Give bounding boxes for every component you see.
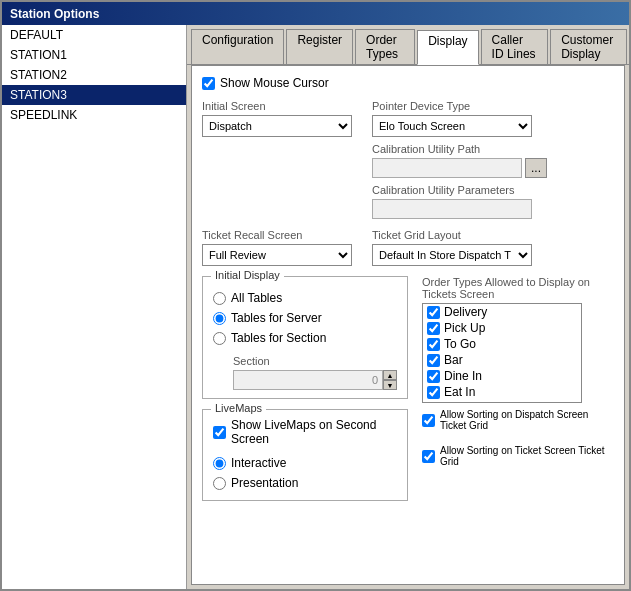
radio-interactive[interactable] <box>213 457 226 470</box>
radio-tables-section-label: Tables for Section <box>231 331 326 345</box>
order-type-dinein-checkbox[interactable] <box>427 370 440 383</box>
tab-customer-display[interactable]: Customer Display <box>550 29 627 64</box>
show-mouse-cursor-row: Show Mouse Cursor <box>202 76 614 90</box>
radio-interactive-label: Interactive <box>231 456 286 470</box>
radio-interactive-row: Interactive <box>213 456 397 470</box>
radio-presentation[interactable] <box>213 477 226 490</box>
order-type-dinein-label: Dine In <box>444 369 482 383</box>
show-livemaps-checkbox[interactable] <box>213 426 226 439</box>
pointer-device-label: Pointer Device Type <box>372 100 547 112</box>
initial-screen-select[interactable]: Dispatch Full Review Order Table <box>202 115 352 137</box>
order-types-list[interactable]: Delivery Pick Up To Go <box>422 303 582 403</box>
initial-screen-col: Initial Screen Dispatch Full Review Orde… <box>202 100 352 219</box>
sidebar-item-default[interactable]: DEFAULT <box>2 25 186 45</box>
initial-pointer-row: Initial Screen Dispatch Full Review Orde… <box>202 100 614 219</box>
sidebar-item-station1[interactable]: STATION1 <box>2 45 186 65</box>
calibration-path-input[interactable] <box>372 158 522 178</box>
ticket-recall-col: Ticket Recall Screen Full Review Summary… <box>202 229 352 266</box>
radio-presentation-label: Presentation <box>231 476 298 490</box>
order-type-togo-label: To Go <box>444 337 476 351</box>
list-item: Eat In <box>423 384 581 400</box>
initial-display-radio-group: All Tables Tables for Server Tables for … <box>213 291 397 390</box>
ticket-grid-select[interactable]: Default In Store Dispatch T Option 2 <box>372 244 532 266</box>
allow-sorting-dispatch-checkbox[interactable] <box>422 414 435 427</box>
stepper-down-button[interactable]: ▼ <box>383 380 397 390</box>
stepper-up-button[interactable]: ▲ <box>383 370 397 380</box>
order-type-drivethru-checkbox[interactable] <box>427 402 440 404</box>
radio-tables-section[interactable] <box>213 332 226 345</box>
tab-caller-id-lines[interactable]: Caller ID Lines <box>481 29 549 64</box>
order-type-togo-checkbox[interactable] <box>427 338 440 351</box>
calibration-path-row: ... <box>372 158 547 178</box>
radio-all-tables-label: All Tables <box>231 291 282 305</box>
bottom-checkboxes: Allow Sorting on Dispatch Screen Ticket … <box>422 409 614 477</box>
initial-display-title: Initial Display <box>211 269 284 281</box>
sidebar-item-speedlink[interactable]: SPEEDLINK <box>2 105 186 125</box>
tab-configuration[interactable]: Configuration <box>191 29 284 64</box>
ticket-row: Ticket Recall Screen Full Review Summary… <box>202 229 614 266</box>
allow-sorting-ticket-row: Allow Sorting on Ticket Screen Ticket Gr… <box>422 445 614 467</box>
list-item: Pick Up <box>423 320 581 336</box>
allow-sorting-ticket-checkbox[interactable] <box>422 450 435 463</box>
order-type-drivethru-label: Drive Thru <box>444 401 500 403</box>
pointer-device-col: Pointer Device Type Elo Touch Screen Mou… <box>372 100 547 219</box>
display-panel: Show Mouse Cursor Initial Screen Dispatc… <box>191 65 625 585</box>
show-livemaps-row: Show LiveMaps on Second Screen <box>213 418 397 446</box>
window-title: Station Options <box>10 7 99 21</box>
order-type-eatin-checkbox[interactable] <box>427 386 440 399</box>
show-mouse-cursor-checkbox[interactable] <box>202 77 215 90</box>
order-type-pickup-label: Pick Up <box>444 321 485 335</box>
allow-sorting-ticket-label: Allow Sorting on Ticket Screen Ticket Gr… <box>440 445 614 467</box>
allow-sorting-dispatch-label: Allow Sorting on Dispatch Screen Ticket … <box>440 409 614 431</box>
right-col: Order Types Allowed to Display on Ticket… <box>422 276 614 501</box>
sidebar-item-station3[interactable]: STATION3 <box>2 85 186 105</box>
left-col: Initial Display All Tables Tables for Se… <box>202 276 408 501</box>
order-types-label: Order Types Allowed to Display on Ticket… <box>422 276 614 300</box>
station-options-window: Station Options DEFAULT STATION1 STATION… <box>0 0 631 591</box>
main-panel: Configuration Register Order Types Displ… <box>187 25 629 589</box>
title-bar: Station Options <box>2 2 629 25</box>
ticket-recall-select[interactable]: Full Review Summary None <box>202 244 352 266</box>
ticket-grid-label: Ticket Grid Layout <box>372 229 532 241</box>
radio-tables-server-label: Tables for Server <box>231 311 322 325</box>
sidebar: DEFAULT STATION1 STATION2 STATION3 SPEED… <box>2 25 187 589</box>
radio-tables-section-row: Tables for Section <box>213 331 397 345</box>
initial-display-group: Initial Display All Tables Tables for Se… <box>202 276 408 399</box>
order-type-pickup-checkbox[interactable] <box>427 322 440 335</box>
tab-display[interactable]: Display <box>417 30 478 65</box>
order-type-delivery-checkbox[interactable] <box>427 306 440 319</box>
livemaps-group: LiveMaps Show LiveMaps on Second Screen … <box>202 409 408 501</box>
calibration-path-label: Calibration Utility Path <box>372 143 547 155</box>
order-type-eatin-label: Eat In <box>444 385 475 399</box>
order-type-bar-checkbox[interactable] <box>427 354 440 367</box>
stepper-buttons: ▲ ▼ <box>383 370 397 390</box>
sidebar-item-station2[interactable]: STATION2 <box>2 65 186 85</box>
show-livemaps-label: Show LiveMaps on Second Screen <box>231 418 397 446</box>
initial-screen-label: Initial Screen <box>202 100 352 112</box>
list-item: Dine In <box>423 368 581 384</box>
tab-order-types[interactable]: Order Types <box>355 29 415 64</box>
ticket-recall-label: Ticket Recall Screen <box>202 229 352 241</box>
livemaps-radio-group: Interactive Presentation <box>213 456 397 490</box>
radio-all-tables-row: All Tables <box>213 291 397 305</box>
calibration-params-input[interactable] <box>372 199 532 219</box>
calibration-path-browse-button[interactable]: ... <box>525 158 547 178</box>
order-type-bar-label: Bar <box>444 353 463 367</box>
section-input-area: Section ▲ ▼ <box>233 355 397 390</box>
tab-register[interactable]: Register <box>286 29 353 64</box>
allow-sorting-dispatch-row: Allow Sorting on Dispatch Screen Ticket … <box>422 409 614 431</box>
radio-tables-server-row: Tables for Server <box>213 311 397 325</box>
order-type-delivery-label: Delivery <box>444 305 487 319</box>
section-value-input[interactable] <box>233 370 383 390</box>
radio-tables-server[interactable] <box>213 312 226 325</box>
list-item: Drive Thru <box>423 400 581 403</box>
list-item: To Go <box>423 336 581 352</box>
list-item: Delivery <box>423 304 581 320</box>
radio-all-tables[interactable] <box>213 292 226 305</box>
main-bottom-layout: Initial Display All Tables Tables for Se… <box>202 276 614 501</box>
show-mouse-cursor-label: Show Mouse Cursor <box>220 76 329 90</box>
section-stepper: ▲ ▼ <box>233 370 397 390</box>
tab-bar: Configuration Register Order Types Displ… <box>187 25 629 65</box>
pointer-device-select[interactable]: Elo Touch Screen Mouse None <box>372 115 532 137</box>
livemaps-title: LiveMaps <box>211 402 266 414</box>
